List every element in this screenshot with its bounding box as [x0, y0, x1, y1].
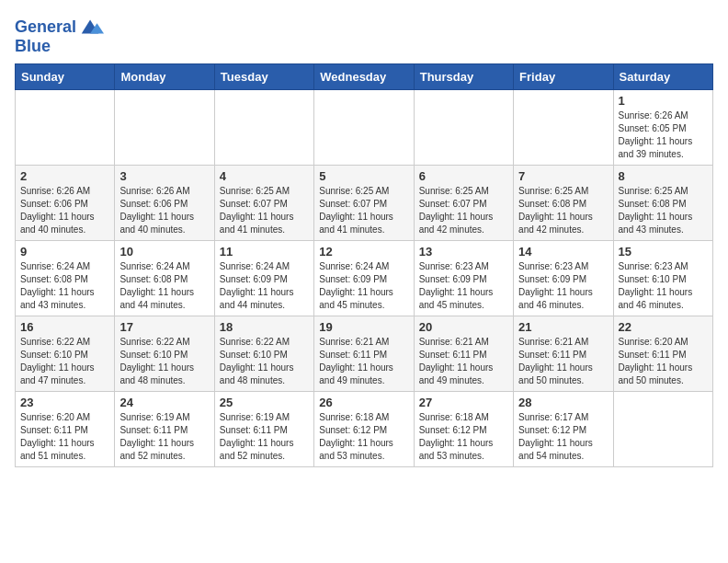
day-number: 4 [220, 169, 309, 183]
calendar-cell: 12Sunrise: 6:24 AM Sunset: 6:09 PM Dayli… [314, 241, 414, 316]
calendar-cell: 26Sunrise: 6:18 AM Sunset: 6:12 PM Dayli… [314, 392, 414, 467]
calendar-cell: 7Sunrise: 6:25 AM Sunset: 6:08 PM Daylig… [514, 166, 613, 241]
week-row-2: 2Sunrise: 6:26 AM Sunset: 6:06 PM Daylig… [16, 166, 713, 241]
day-number: 17 [119, 320, 209, 334]
calendar-cell: 18Sunrise: 6:22 AM Sunset: 6:10 PM Dayli… [214, 316, 313, 392]
day-number: 16 [20, 320, 109, 334]
page-header: General Blue [15, 15, 713, 56]
day-info: Sunrise: 6:25 AM Sunset: 6:08 PM Dayligh… [619, 185, 708, 236]
day-info: Sunrise: 6:23 AM Sunset: 6:09 PM Dayligh… [419, 260, 508, 312]
day-number: 8 [619, 169, 708, 183]
calendar-cell [613, 392, 712, 467]
day-number: 9 [20, 245, 109, 259]
day-info: Sunrise: 6:18 AM Sunset: 6:12 PM Dayligh… [319, 411, 408, 463]
weekday-header-monday: Monday [115, 64, 214, 90]
day-number: 27 [419, 396, 508, 409]
day-number: 18 [220, 320, 309, 334]
calendar-cell: 3Sunrise: 6:26 AM Sunset: 6:06 PM Daylig… [115, 166, 214, 241]
weekday-header-tuesday: Tuesday [214, 64, 313, 90]
day-info: Sunrise: 6:21 AM Sunset: 6:11 PM Dayligh… [419, 336, 508, 387]
weekday-header-row: SundayMondayTuesdayWednesdayThursdayFrid… [16, 64, 713, 90]
week-row-1: 1Sunrise: 6:26 AM Sunset: 6:05 PM Daylig… [16, 90, 713, 166]
day-number: 11 [220, 245, 309, 259]
day-info: Sunrise: 6:24 AM Sunset: 6:09 PM Dayligh… [220, 260, 309, 312]
week-row-3: 9Sunrise: 6:24 AM Sunset: 6:08 PM Daylig… [16, 241, 713, 316]
day-number: 5 [319, 169, 408, 183]
calendar-table: SundayMondayTuesdayWednesdayThursdayFrid… [15, 63, 713, 467]
day-info: Sunrise: 6:18 AM Sunset: 6:12 PM Dayligh… [419, 411, 508, 463]
week-row-4: 16Sunrise: 6:22 AM Sunset: 6:10 PM Dayli… [16, 316, 713, 392]
calendar-cell: 27Sunrise: 6:18 AM Sunset: 6:12 PM Dayli… [414, 392, 513, 467]
day-info: Sunrise: 6:24 AM Sunset: 6:08 PM Dayligh… [20, 260, 109, 312]
calendar-cell: 10Sunrise: 6:24 AM Sunset: 6:08 PM Dayli… [115, 241, 214, 316]
day-number: 23 [20, 396, 109, 409]
calendar-cell: 22Sunrise: 6:20 AM Sunset: 6:11 PM Dayli… [613, 316, 712, 392]
day-info: Sunrise: 6:25 AM Sunset: 6:07 PM Dayligh… [220, 185, 309, 236]
calendar-cell: 2Sunrise: 6:26 AM Sunset: 6:06 PM Daylig… [16, 166, 115, 241]
calendar-cell [115, 90, 214, 166]
day-info: Sunrise: 6:17 AM Sunset: 6:12 PM Dayligh… [518, 411, 608, 463]
calendar-cell: 5Sunrise: 6:25 AM Sunset: 6:07 PM Daylig… [314, 166, 414, 241]
day-info: Sunrise: 6:22 AM Sunset: 6:10 PM Dayligh… [119, 336, 209, 387]
day-number: 24 [119, 396, 209, 409]
weekday-header-friday: Friday [514, 64, 613, 90]
day-number: 3 [119, 169, 209, 183]
day-info: Sunrise: 6:25 AM Sunset: 6:08 PM Dayligh… [518, 185, 608, 236]
day-number: 1 [619, 94, 708, 108]
day-number: 21 [518, 320, 608, 334]
day-info: Sunrise: 6:25 AM Sunset: 6:07 PM Dayligh… [419, 185, 508, 236]
day-info: Sunrise: 6:24 AM Sunset: 6:08 PM Dayligh… [119, 260, 209, 312]
logo-icon [78, 15, 104, 40]
day-number: 28 [518, 396, 608, 409]
day-number: 12 [319, 245, 408, 259]
day-info: Sunrise: 6:22 AM Sunset: 6:10 PM Dayligh… [20, 336, 109, 387]
day-info: Sunrise: 6:23 AM Sunset: 6:10 PM Dayligh… [619, 260, 708, 312]
day-info: Sunrise: 6:19 AM Sunset: 6:11 PM Dayligh… [119, 411, 209, 463]
calendar-cell: 13Sunrise: 6:23 AM Sunset: 6:09 PM Dayli… [414, 241, 513, 316]
calendar-cell: 20Sunrise: 6:21 AM Sunset: 6:11 PM Dayli… [414, 316, 513, 392]
calendar-cell: 25Sunrise: 6:19 AM Sunset: 6:11 PM Dayli… [214, 392, 313, 467]
calendar-cell: 8Sunrise: 6:25 AM Sunset: 6:08 PM Daylig… [613, 166, 712, 241]
weekday-header-saturday: Saturday [613, 64, 712, 90]
day-number: 7 [518, 169, 608, 183]
week-row-5: 23Sunrise: 6:20 AM Sunset: 6:11 PM Dayli… [16, 392, 713, 467]
day-number: 14 [518, 245, 608, 259]
calendar-cell: 28Sunrise: 6:17 AM Sunset: 6:12 PM Dayli… [514, 392, 613, 467]
calendar-cell: 23Sunrise: 6:20 AM Sunset: 6:11 PM Dayli… [16, 392, 115, 467]
weekday-header-wednesday: Wednesday [314, 64, 414, 90]
calendar-cell: 9Sunrise: 6:24 AM Sunset: 6:08 PM Daylig… [16, 241, 115, 316]
day-number: 15 [619, 245, 708, 259]
calendar-cell: 16Sunrise: 6:22 AM Sunset: 6:10 PM Dayli… [16, 316, 115, 392]
calendar-cell [214, 90, 313, 166]
day-info: Sunrise: 6:20 AM Sunset: 6:11 PM Dayligh… [619, 336, 708, 387]
day-info: Sunrise: 6:22 AM Sunset: 6:10 PM Dayligh… [220, 336, 309, 387]
calendar-cell: 24Sunrise: 6:19 AM Sunset: 6:11 PM Dayli… [115, 392, 214, 467]
calendar-cell: 6Sunrise: 6:25 AM Sunset: 6:07 PM Daylig… [414, 166, 513, 241]
day-info: Sunrise: 6:25 AM Sunset: 6:07 PM Dayligh… [319, 185, 408, 236]
calendar-cell: 1Sunrise: 6:26 AM Sunset: 6:05 PM Daylig… [613, 90, 712, 166]
day-info: Sunrise: 6:26 AM Sunset: 6:06 PM Dayligh… [119, 185, 209, 236]
day-number: 6 [419, 169, 508, 183]
logo: General Blue [15, 15, 104, 56]
day-number: 20 [419, 320, 508, 334]
calendar-cell: 21Sunrise: 6:21 AM Sunset: 6:11 PM Dayli… [514, 316, 613, 392]
weekday-header-sunday: Sunday [16, 64, 115, 90]
calendar-cell: 19Sunrise: 6:21 AM Sunset: 6:11 PM Dayli… [314, 316, 414, 392]
day-info: Sunrise: 6:26 AM Sunset: 6:06 PM Dayligh… [20, 185, 109, 236]
day-number: 13 [419, 245, 508, 259]
calendar-cell: 15Sunrise: 6:23 AM Sunset: 6:10 PM Dayli… [613, 241, 712, 316]
day-info: Sunrise: 6:21 AM Sunset: 6:11 PM Dayligh… [518, 336, 608, 387]
calendar-cell: 14Sunrise: 6:23 AM Sunset: 6:09 PM Dayli… [514, 241, 613, 316]
day-info: Sunrise: 6:21 AM Sunset: 6:11 PM Dayligh… [319, 336, 408, 387]
day-number: 10 [119, 245, 209, 259]
day-info: Sunrise: 6:23 AM Sunset: 6:09 PM Dayligh… [518, 260, 608, 312]
calendar-cell: 17Sunrise: 6:22 AM Sunset: 6:10 PM Dayli… [115, 316, 214, 392]
day-info: Sunrise: 6:24 AM Sunset: 6:09 PM Dayligh… [319, 260, 408, 312]
day-info: Sunrise: 6:26 AM Sunset: 6:05 PM Dayligh… [619, 109, 708, 161]
day-number: 19 [319, 320, 408, 334]
calendar-cell [414, 90, 513, 166]
calendar-cell: 4Sunrise: 6:25 AM Sunset: 6:07 PM Daylig… [214, 166, 313, 241]
day-number: 2 [20, 169, 109, 183]
weekday-header-thursday: Thursday [414, 64, 513, 90]
logo-text: General [15, 18, 76, 37]
